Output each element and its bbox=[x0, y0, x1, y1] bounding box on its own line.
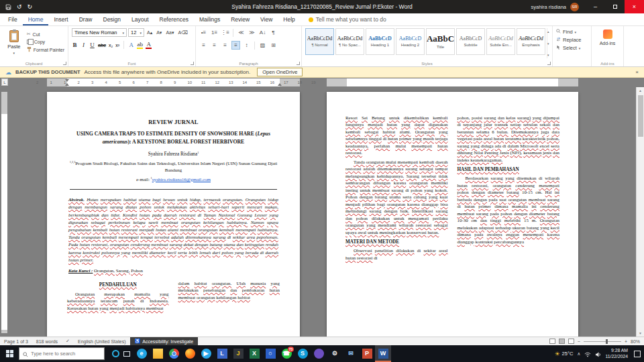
proofing-icon[interactable]: ✓ bbox=[62, 339, 74, 344]
tab-home[interactable]: Home bbox=[23, 13, 49, 25]
task-view-icon[interactable] bbox=[123, 351, 130, 357]
user-name[interactable]: syahira risdiana bbox=[531, 4, 566, 10]
align-right-button[interactable]: ≡ bbox=[221, 41, 229, 50]
accessibility-status[interactable]: ♿ Accessibility: Investigate bbox=[130, 337, 199, 345]
clipboard-dialog-launcher[interactable] bbox=[63, 62, 66, 65]
print-layout-button[interactable] bbox=[559, 339, 565, 344]
style-chip[interactable]: AaBbCcDd¶ No Spac... bbox=[335, 28, 364, 55]
scroll-up-icon[interactable]: ▲ bbox=[637, 87, 644, 94]
telegram-icon[interactable]: ▶ bbox=[198, 345, 214, 362]
numbering-button[interactable]: 1≡ bbox=[210, 28, 219, 37]
page-indicator[interactable]: Page 1 of 3 bbox=[0, 339, 32, 344]
search-input[interactable] bbox=[31, 351, 101, 357]
taskbar-app-purple-icon[interactable] bbox=[311, 345, 327, 362]
first-line-indent-marker[interactable] bbox=[65, 79, 69, 82]
line-spacing-button[interactable]: ↕ bbox=[242, 41, 251, 50]
styles-dialog-launcher[interactable] bbox=[547, 62, 551, 65]
tab-review[interactable]: Review bbox=[225, 13, 255, 25]
bold-button[interactable]: B bbox=[72, 42, 78, 48]
font-family-select[interactable]: Times New Roman▾ bbox=[72, 28, 127, 37]
addins-icon[interactable] bbox=[603, 29, 612, 39]
email-link[interactable]: syahira.risdiana16@gmail.com bbox=[152, 177, 211, 182]
scrollbar-thumb[interactable] bbox=[638, 95, 643, 137]
style-chip[interactable]: AaBbCcDdSubtle Em... bbox=[486, 28, 515, 55]
format-painter-button[interactable]: Format Painter bbox=[27, 47, 64, 53]
vertical-scrollbar[interactable]: ▲ ▼ bbox=[636, 87, 644, 337]
strikethrough-button[interactable]: abc bbox=[98, 42, 106, 48]
save-icon[interactable] bbox=[5, 4, 11, 10]
replace-button[interactable]: Replace bbox=[556, 37, 588, 43]
taskbar-app-l-icon[interactable]: L bbox=[214, 345, 230, 362]
font-size-select[interactable]: 12▾ bbox=[128, 28, 144, 37]
firefox-icon[interactable] bbox=[182, 345, 198, 362]
close-button[interactable]: × bbox=[625, 0, 644, 13]
find-button[interactable]: Find▾ bbox=[556, 29, 588, 35]
justify-button[interactable]: ≡ bbox=[231, 41, 240, 50]
tab-insert[interactable]: Insert bbox=[48, 13, 73, 25]
increase-indent-button[interactable]: ≫ bbox=[248, 28, 256, 37]
wifi-icon[interactable] bbox=[584, 348, 591, 360]
read-mode-button[interactable] bbox=[549, 339, 555, 344]
select-button[interactable]: Select▾ bbox=[556, 45, 588, 51]
zoom-out-button[interactable]: − bbox=[578, 339, 580, 344]
highlight-color-button[interactable]: ab bbox=[137, 42, 143, 49]
tab-layout[interactable]: Layout bbox=[126, 13, 154, 25]
whatsapp-icon[interactable]: ☎73 bbox=[278, 345, 294, 362]
excel-icon[interactable]: X bbox=[246, 345, 262, 362]
tab-references[interactable]: References bbox=[154, 13, 194, 25]
tab-view[interactable]: View bbox=[255, 13, 278, 25]
style-chip[interactable]: AaBbCcDd¶ Normal bbox=[305, 28, 334, 55]
minimize-button[interactable]: – bbox=[586, 0, 605, 13]
tab-help[interactable]: Help bbox=[278, 13, 300, 25]
tab-draw[interactable]: Draw bbox=[74, 13, 98, 25]
style-chip[interactable]: AaBbCcDHeading 1 bbox=[366, 28, 394, 55]
language-indicator[interactable]: English (United States) bbox=[74, 339, 130, 344]
italic-button[interactable]: I bbox=[80, 42, 87, 48]
undo-icon[interactable]: ↺ bbox=[17, 4, 22, 10]
clear-formatting-button[interactable]: A⌫ bbox=[176, 28, 189, 37]
scroll-down-icon[interactable]: ▼ bbox=[637, 330, 644, 337]
photos-icon[interactable]: ○ bbox=[262, 345, 278, 362]
superscript-button[interactable]: x² bbox=[115, 43, 119, 48]
paste-button[interactable]: Paste ▾ bbox=[3, 28, 25, 58]
tab-selector[interactable]: L bbox=[1, 78, 8, 86]
copy-button[interactable]: Copy bbox=[27, 40, 64, 44]
hidden-icons-chevron[interactable]: ∧ bbox=[577, 351, 580, 357]
gallery-more-icon[interactable]: ▾ bbox=[547, 53, 549, 57]
taskbar-clock[interactable]: 9:28 AM 11/22/2024 bbox=[605, 348, 628, 360]
zoom-slider-thumb[interactable] bbox=[606, 339, 608, 344]
document-page-2[interactable]: Resort Sei Betung untuk dikembalikan kem… bbox=[327, 92, 578, 337]
mail-icon[interactable]: ✉ bbox=[343, 345, 359, 362]
grow-font-button[interactable]: A▴ bbox=[146, 28, 154, 37]
settings-icon[interactable]: ⚙ bbox=[327, 345, 343, 362]
zoom-level[interactable]: 80% bbox=[631, 339, 640, 344]
start-button[interactable] bbox=[0, 345, 19, 362]
right-indent-marker[interactable] bbox=[278, 83, 282, 86]
zoom-slider[interactable] bbox=[584, 341, 621, 342]
document-area[interactable]: REVIEW JURNAL USING CAMERA TRAPS TO ESTI… bbox=[0, 87, 644, 337]
style-chip[interactable]: AaBbCcDSubtitle bbox=[456, 28, 485, 55]
tab-file[interactable]: File bbox=[3, 13, 23, 25]
font-dialog-launcher[interactable] bbox=[191, 62, 194, 65]
styles-gallery-scroll[interactable]: ▴▾▾ bbox=[547, 28, 549, 58]
file-explorer-icon[interactable] bbox=[150, 345, 166, 362]
web-layout-button[interactable] bbox=[568, 339, 574, 344]
align-center-button[interactable]: ≡ bbox=[210, 41, 219, 50]
scroll-up-icon[interactable]: ▴ bbox=[547, 29, 549, 34]
cut-button[interactable]: ✂Cut bbox=[27, 32, 64, 37]
align-left-button[interactable]: ≡ bbox=[199, 41, 208, 50]
borders-button[interactable]: ⊞ bbox=[269, 41, 278, 50]
skype-icon[interactable]: S bbox=[294, 345, 311, 362]
change-case-button[interactable]: Aa▾ bbox=[164, 28, 175, 37]
shrink-font-button[interactable]: A▾ bbox=[155, 28, 163, 37]
edge-icon[interactable]: e bbox=[133, 345, 150, 362]
text-effects-button[interactable]: A bbox=[128, 42, 134, 48]
show-formatting-button[interactable]: ¶ bbox=[269, 28, 278, 37]
scroll-down-icon[interactable]: ▾ bbox=[547, 42, 549, 46]
paragraph-dialog-launcher[interactable] bbox=[297, 62, 300, 65]
word-count[interactable]: 818 words bbox=[32, 339, 62, 344]
taskbar-search[interactable] bbox=[19, 347, 105, 360]
subscript-button[interactable]: x₂ bbox=[109, 43, 113, 48]
action-center-icon[interactable] bbox=[634, 351, 641, 357]
avatar[interactable]: SR bbox=[570, 3, 579, 11]
